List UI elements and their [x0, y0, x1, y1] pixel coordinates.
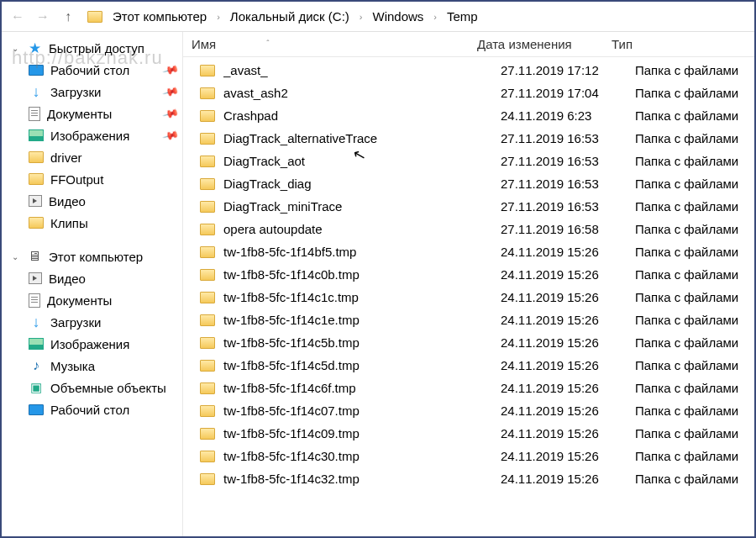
file-type: Папка с файлами [635, 290, 754, 304]
sidebar-item[interactable]: Изображения📌 [3, 124, 182, 146]
file-row[interactable]: Crashpad24.11.2019 6:23Папка с файлами [183, 104, 754, 127]
sidebar-item[interactable]: driver [3, 146, 182, 168]
file-name: tw-1fb8-5fc-1f14c1c.tmp [223, 290, 501, 304]
sidebar-item-label: driver [50, 150, 82, 165]
folder-icon [200, 178, 215, 190]
file-row[interactable]: tw-1fb8-5fc-1f14c5d.tmp24.11.2019 15:26П… [183, 354, 754, 377]
sidebar-this-pc[interactable]: ⌄🖥Этот компьютер [3, 245, 182, 267]
file-row[interactable]: DiagTrack_diag27.11.2019 16:53Папка с фа… [183, 172, 754, 195]
folder-icon [200, 360, 215, 372]
file-type: Папка с файлами [635, 358, 754, 372]
video-icon [29, 195, 42, 207]
file-row[interactable]: DiagTrack_alternativeTrace27.11.2019 16:… [183, 127, 754, 150]
sidebar-item[interactable]: FFOutput [3, 168, 182, 190]
breadcrumb[interactable]: Этот компьютер › Локальный диск (C:) › W… [82, 8, 749, 25]
folder-icon [200, 428, 215, 440]
column-header-type[interactable]: Тип [612, 37, 754, 51]
chevron-right-icon[interactable]: › [430, 12, 440, 22]
file-date: 24.11.2019 15:26 [501, 267, 635, 282]
file-type: Папка с файлами [635, 313, 754, 327]
file-name: opera autoupdate [223, 222, 501, 236]
sidebar-item-label: Музыка [50, 359, 95, 373]
file-row[interactable]: tw-1fb8-5fc-1f14c0b.tmp24.11.2019 15:26П… [183, 263, 754, 286]
file-row[interactable]: tw-1fb8-5fc-1f14c6f.tmp24.11.2019 15:26П… [183, 377, 754, 399]
sidebar-item-label: Клипы [50, 216, 88, 230]
sidebar-item[interactable]: ▣Объемные объекты [3, 377, 182, 398]
breadcrumb-segment[interactable]: Temp [444, 8, 481, 25]
file-date: 27.11.2019 16:53 [501, 154, 635, 168]
file-name: tw-1fb8-5fc-1f14c0b.tmp [223, 267, 501, 282]
sidebar-item[interactable]: Документы📌 [3, 103, 182, 124]
sidebar-item[interactable]: ♪Музыка [3, 355, 182, 377]
folder-icon [200, 473, 215, 485]
breadcrumb-segment[interactable]: Этот компьютер [109, 8, 210, 25]
file-row[interactable]: opera autoupdate27.11.2019 16:58Папка с … [183, 218, 754, 240]
folder-icon [200, 451, 215, 462]
sidebar-item[interactable]: ↓Загрузки📌 [3, 81, 182, 103]
file-row[interactable]: tw-1fb8-5fc-1f14c32.tmp24.11.2019 15:26П… [183, 467, 754, 490]
file-name: tw-1fb8-5fc-1f14c6f.tmp [223, 381, 501, 395]
sidebar-item[interactable]: Изображения [3, 333, 182, 355]
desktop-icon [29, 65, 44, 76]
sidebar-item[interactable]: Рабочий стол📌 [3, 59, 182, 81]
file-row[interactable]: tw-1fb8-5fc-1f14c09.tmp24.11.2019 15:26П… [183, 422, 754, 445]
folder-icon [200, 337, 215, 349]
folder-icon [200, 156, 215, 167]
file-row[interactable]: tw-1fb8-5fc-1f14c5b.tmp24.11.2019 15:26П… [183, 331, 754, 354]
nav-back-button[interactable]: ← [7, 6, 29, 28]
downloads-icon: ↓ [29, 84, 44, 99]
file-row[interactable]: tw-1fb8-5fc-1f14bf5.tmp24.11.2019 15:26П… [183, 240, 754, 263]
file-name: tw-1fb8-5fc-1f14bf5.tmp [223, 245, 501, 259]
file-row[interactable]: _avast_27.11.2019 17:12Папка с файлами [183, 59, 754, 82]
sidebar-item[interactable]: Видео [3, 267, 182, 289]
file-name: tw-1fb8-5fc-1f14c5b.tmp [223, 335, 501, 350]
sidebar-item[interactable]: ↓Загрузки [3, 311, 182, 333]
chevron-right-icon[interactable]: › [356, 12, 366, 22]
pictures-icon [29, 338, 44, 350]
sidebar-item[interactable]: Видео [3, 190, 182, 212]
sidebar-item-label: Документы [47, 293, 112, 308]
file-list-pane: Имя ˆ Дата изменения Тип _avast_27.11.20… [183, 32, 754, 536]
file-type: Папка с файлами [635, 199, 754, 214]
chevron-right-icon[interactable]: › [213, 12, 223, 22]
pin-icon: 📌 [161, 83, 179, 101]
desktop-icon [29, 404, 44, 415]
folder-icon [200, 292, 215, 303]
breadcrumb-segment[interactable]: Локальный диск (C:) [227, 8, 353, 25]
pin-icon: 📌 [161, 61, 179, 79]
file-name: tw-1fb8-5fc-1f14c32.tmp [223, 472, 501, 486]
nav-up-button[interactable]: ↑ [57, 6, 79, 28]
file-row[interactable]: tw-1fb8-5fc-1f14c1e.tmp24.11.2019 15:26П… [183, 309, 754, 331]
file-row[interactable]: DiagTrack_aot27.11.2019 16:53Папка с фай… [183, 150, 754, 172]
document-icon [29, 293, 40, 308]
music-icon: ♪ [29, 358, 44, 373]
sidebar-item-label: Этот компьютер [49, 250, 143, 264]
file-date: 24.11.2019 15:26 [501, 426, 635, 440]
file-name: tw-1fb8-5fc-1f14c09.tmp [223, 426, 501, 440]
breadcrumb-segment[interactable]: Windows [369, 8, 427, 25]
column-header-name[interactable]: Имя ˆ [192, 37, 477, 51]
column-header-date[interactable]: Дата изменения [477, 37, 612, 51]
folder-icon [29, 151, 44, 163]
file-row[interactable]: DiagTrack_miniTrace27.11.2019 16:53Папка… [183, 195, 754, 218]
file-row[interactable]: tw-1fb8-5fc-1f14c07.tmp24.11.2019 15:26П… [183, 399, 754, 422]
pictures-icon [29, 129, 44, 141]
sidebar-item[interactable]: Документы [3, 289, 182, 311]
sidebar-item[interactable]: Рабочий стол [3, 398, 182, 420]
file-name: avast_ash2 [223, 86, 501, 100]
file-row[interactable]: tw-1fb8-5fc-1f14c1c.tmp24.11.2019 15:26П… [183, 286, 754, 309]
file-date: 27.11.2019 16:53 [501, 199, 635, 214]
file-type: Папка с файлами [635, 335, 754, 350]
sidebar-quick-access[interactable]: ⌄★Быстрый доступ [3, 37, 182, 59]
sidebar-item[interactable]: Клипы [3, 212, 182, 234]
file-date: 27.11.2019 16:53 [501, 177, 635, 191]
sidebar-item-label: FFOutput [50, 172, 103, 187]
file-date: 24.11.2019 15:26 [501, 449, 635, 463]
file-name: tw-1fb8-5fc-1f14c30.tmp [223, 449, 501, 463]
file-row[interactable]: avast_ash227.11.2019 17:04Папка с файлам… [183, 82, 754, 104]
file-type: Папка с файлами [635, 86, 754, 100]
file-date: 27.11.2019 17:12 [501, 63, 635, 77]
file-row[interactable]: tw-1fb8-5fc-1f14c30.tmp24.11.2019 15:26П… [183, 445, 754, 467]
nav-forward-button[interactable]: → [32, 6, 54, 28]
sidebar-item-label: Видео [49, 194, 86, 208]
